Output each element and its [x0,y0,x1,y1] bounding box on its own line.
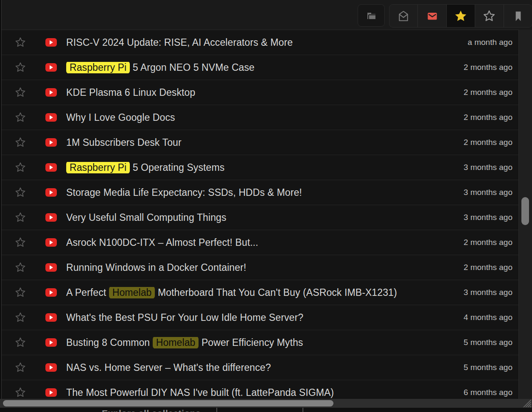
item-timestamp: 2 months ago [457,238,512,247]
youtube-icon [45,313,57,322]
item-title: What's the Best PSU For Your Low Idle Ho… [66,312,303,323]
vertical-scrollbar-thumb[interactable] [521,197,529,225]
youtube-icon [45,388,57,397]
favorite-star-icon[interactable] [14,337,26,348]
favorite-star-icon[interactable] [14,36,26,48]
favorite-star-icon[interactable] [14,387,26,398]
favorite-star-icon[interactable] [14,237,26,248]
youtube-icon [45,338,57,347]
youtube-icon [45,113,57,122]
clipped-footer-strip: Explore all collections [0,408,532,412]
unread-filter-button[interactable] [417,5,446,27]
item-title: KDE Plasma 6 Linux Desktop [66,87,195,98]
favorite-star-icon[interactable] [14,262,26,273]
favorite-star-icon[interactable] [14,362,26,373]
youtube-icon [45,188,57,197]
list-item[interactable]: NAS vs. Home Server – What's the differe… [2,355,518,380]
favorite-star-icon[interactable] [14,287,26,298]
youtube-icon [45,163,57,172]
list-item[interactable]: Raspberry Pi 5 Operating Systems 3 month… [2,155,518,180]
youtube-icon [45,38,57,47]
folder-button[interactable] [358,4,385,27]
youtube-icon [45,288,57,297]
list-item[interactable]: Storage Media Life Expectancy: SSDs, HDD… [2,180,518,205]
item-title: A Perfect Homelab Motherboard That You C… [66,287,397,298]
footer-divider [302,408,303,412]
item-timestamp: 4 months ago [457,313,512,322]
item-timestamp: 2 months ago [457,63,512,72]
bookmark-icon [512,10,524,22]
youtube-icon [45,263,57,272]
favorite-star-icon[interactable] [14,136,26,148]
list-item[interactable]: A Perfect Homelab Motherboard That You C… [2,280,518,305]
favorite-star-icon[interactable] [14,111,26,123]
starred-filter-button[interactable] [446,5,475,27]
toolbar [2,0,532,30]
explore-collections-text: Explore all collections [102,408,201,412]
youtube-icon [45,213,57,222]
item-timestamp: 5 months ago [457,338,512,347]
favorite-star-icon[interactable] [14,187,26,198]
list-item[interactable]: RISC-V 2024 Update: RISE, AI Accelerator… [2,30,518,55]
item-title: Storage Media Life Expectancy: SSDs, HDD… [66,187,302,198]
youtube-icon [45,138,57,147]
item-title: NAS vs. Home Server – What's the differe… [66,362,271,373]
list-item[interactable]: 1M Subscribers Desk Tour 2 months ago [2,130,518,155]
bookmarks-filter-button[interactable] [504,5,532,27]
item-title: RISC-V 2024 Update: RISE, AI Accelerator… [66,37,293,48]
item-timestamp: a month ago [461,38,512,47]
youtube-icon [45,238,57,247]
favorite-star-icon[interactable] [14,86,26,98]
filter-button-group [389,4,532,28]
item-title: Busting 8 Common Homelab Power Efficienc… [66,337,303,348]
list-item[interactable]: Busting 8 Common Homelab Power Efficienc… [2,330,518,355]
list-item[interactable]: KDE Plasma 6 Linux Desktop 2 months ago [2,80,518,105]
resize-grip[interactable] [523,399,531,407]
footer-divider [216,408,217,412]
folder-icon [365,9,378,22]
youtube-icon [45,88,57,97]
star-outline-icon [482,9,496,23]
item-title: 1M Subscribers Desk Tour [66,137,182,148]
favorite-star-icon[interactable] [14,61,26,73]
list-item[interactable]: The Most Powerful DIY NAS I've built (ft… [2,380,518,399]
unstarred-filter-button[interactable] [475,5,503,27]
item-timestamp: 3 months ago [457,188,512,197]
item-timestamp: 2 months ago [457,138,512,147]
item-title: The Most Powerful DIY NAS I've built (ft… [66,387,334,398]
item-timestamp: 6 months ago [457,388,512,397]
list-item[interactable]: Asrock N100DC-ITX – Almost Perfect! But.… [2,230,518,255]
item-title: Raspberry Pi 5 Argon NEO 5 NVMe Case [66,62,255,73]
open-envelope-icon [397,10,410,22]
item-title: Why I Love Google Docs [66,112,175,123]
item-timestamp: 3 months ago [457,213,512,222]
item-timestamp: 2 months ago [457,263,512,272]
list-item[interactable]: Very Useful Small Computing Things 3 mon… [2,205,518,230]
item-title: Asrock N100DC-ITX – Almost Perfect! But.… [66,237,258,248]
list-item[interactable]: Why I Love Google Docs 2 months ago [2,105,518,130]
star-filled-icon [454,9,468,23]
item-timestamp: 2 months ago [457,88,512,97]
horizontal-scrollbar-track[interactable] [0,399,532,408]
item-timestamp: 5 months ago [457,363,512,372]
youtube-icon [45,363,57,372]
video-list: RISC-V 2024 Update: RISE, AI Accelerator… [2,30,518,399]
vertical-scrollbar-track[interactable] [518,30,532,399]
item-timestamp: 3 months ago [457,288,512,297]
favorite-star-icon[interactable] [14,212,26,223]
favorite-star-icon[interactable] [14,161,26,173]
inbox-filter-button[interactable] [389,5,417,27]
red-envelope-icon [426,10,439,22]
list-item[interactable]: What's the Best PSU For Your Low Idle Ho… [2,305,518,330]
horizontal-scrollbar-thumb[interactable] [3,400,333,406]
list-item[interactable]: Running Windows in a Docker Container! 2… [2,255,518,280]
item-title: Raspberry Pi 5 Operating Systems [66,162,224,173]
favorite-star-icon[interactable] [14,312,26,323]
list-item[interactable]: Raspberry Pi 5 Argon NEO 5 NVMe Case 2 m… [2,55,518,80]
item-title: Running Windows in a Docker Container! [66,262,246,273]
item-timestamp: 3 months ago [457,163,512,172]
youtube-icon [45,63,57,72]
item-timestamp: 2 months ago [457,113,512,122]
item-title: Very Useful Small Computing Things [66,212,227,223]
